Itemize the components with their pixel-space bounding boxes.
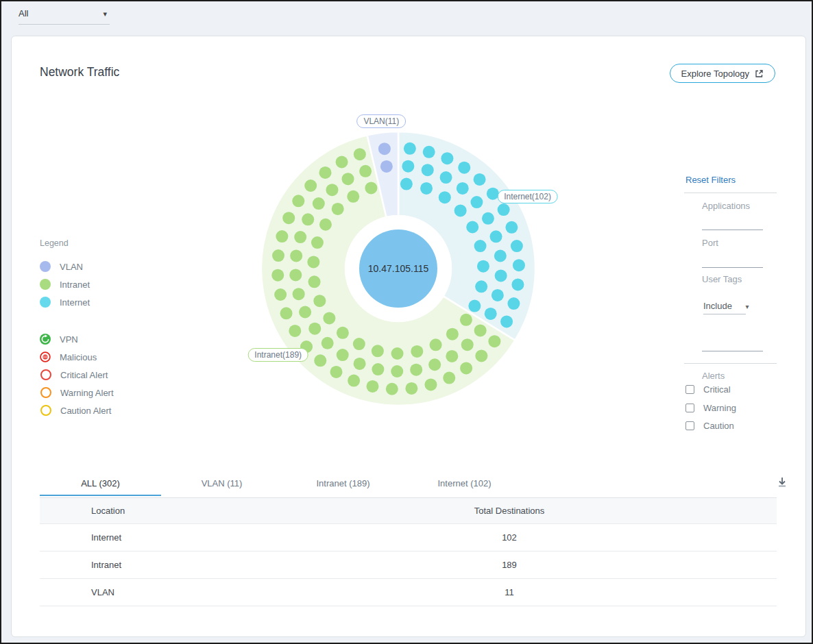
- destination-dot-intranet[interactable]: [293, 288, 305, 300]
- destination-dot-internet[interactable]: [492, 289, 504, 301]
- destination-dot-internet[interactable]: [468, 300, 481, 312]
- destination-dot-intranet[interactable]: [282, 212, 295, 224]
- destination-dot-internet[interactable]: [474, 173, 486, 186]
- destination-dot-intranet[interactable]: [428, 358, 441, 371]
- destination-dot-intranet[interactable]: [313, 197, 325, 210]
- destination-dot-intranet[interactable]: [319, 219, 332, 231]
- destination-dot-intranet[interactable]: [307, 256, 319, 268]
- destination-dot-intranet[interactable]: [289, 269, 302, 281]
- warning-checkbox[interactable]: [685, 404, 694, 412]
- destination-dot-intranet[interactable]: [359, 165, 372, 177]
- destination-dot-intranet[interactable]: [391, 347, 404, 360]
- destination-dot-internet[interactable]: [477, 260, 489, 273]
- destination-dot-intranet[interactable]: [308, 323, 321, 335]
- destination-dot-internet[interactable]: [511, 278, 524, 290]
- destination-dot-internet[interactable]: [494, 249, 507, 262]
- destination-dot-intranet[interactable]: [304, 179, 317, 192]
- destination-dot-intranet[interactable]: [337, 327, 349, 339]
- destination-dot-internet[interactable]: [470, 196, 483, 208]
- destination-dot-internet[interactable]: [500, 315, 513, 327]
- tab-all[interactable]: ALL (302): [40, 473, 161, 496]
- download-icon[interactable]: [775, 475, 789, 489]
- destination-dot-intranet[interactable]: [354, 148, 366, 160]
- destination-dot-intranet[interactable]: [289, 325, 301, 337]
- destination-dot-internet[interactable]: [458, 162, 470, 174]
- destination-dot-internet[interactable]: [439, 191, 451, 203]
- destination-dot-intranet[interactable]: [330, 366, 342, 378]
- destination-dot-internet[interactable]: [475, 280, 487, 293]
- destination-dot-vlan[interactable]: [378, 143, 391, 155]
- destination-dot-intranet[interactable]: [460, 362, 472, 374]
- destination-dot-intranet[interactable]: [475, 349, 487, 362]
- destination-dot-intranet[interactable]: [391, 365, 403, 377]
- destination-dot-intranet[interactable]: [292, 195, 304, 207]
- destination-dot-intranet[interactable]: [386, 383, 398, 395]
- destination-dot-intranet[interactable]: [461, 338, 474, 351]
- destination-dot-intranet[interactable]: [299, 306, 311, 319]
- port-input[interactable]: [702, 258, 763, 268]
- destination-dot-internet[interactable]: [495, 269, 507, 282]
- destination-dot-intranet[interactable]: [294, 231, 306, 243]
- applications-input[interactable]: [702, 220, 763, 230]
- destination-dot-intranet[interactable]: [313, 295, 326, 307]
- destination-dot-internet[interactable]: [441, 152, 453, 164]
- destination-dot-internet[interactable]: [402, 160, 414, 173]
- destination-dot-intranet[interactable]: [311, 236, 324, 249]
- destination-dot-intranet[interactable]: [336, 156, 348, 169]
- destination-dot-intranet[interactable]: [488, 335, 500, 347]
- destination-dot-intranet[interactable]: [276, 230, 288, 243]
- tab-internet[interactable]: Internet (102): [404, 473, 525, 496]
- destination-dot-intranet[interactable]: [354, 358, 366, 370]
- destination-dot-intranet[interactable]: [446, 350, 458, 362]
- destination-dot-intranet[interactable]: [411, 345, 423, 358]
- destination-dot-internet[interactable]: [505, 221, 518, 234]
- critical-checkbox[interactable]: [685, 385, 694, 394]
- destination-dot-internet[interactable]: [490, 230, 502, 243]
- user-tags-input[interactable]: [702, 341, 763, 351]
- destination-dot-internet[interactable]: [485, 308, 497, 320]
- destination-dot-intranet[interactable]: [314, 354, 326, 367]
- destination-dot-intranet[interactable]: [280, 307, 293, 319]
- destination-dot-intranet[interactable]: [474, 324, 487, 336]
- destination-dot-internet[interactable]: [507, 297, 520, 310]
- destination-dot-intranet[interactable]: [342, 173, 354, 185]
- destination-dot-vlan[interactable]: [380, 160, 393, 173]
- destination-dot-intranet[interactable]: [365, 182, 377, 194]
- destination-dot-internet[interactable]: [423, 146, 435, 158]
- sector-label-vlan[interactable]: VLAN(11): [356, 114, 406, 128]
- destination-dot-intranet[interactable]: [302, 213, 314, 225]
- destination-dot-intranet[interactable]: [353, 338, 365, 350]
- destination-dot-intranet[interactable]: [443, 372, 455, 384]
- destination-dot-internet[interactable]: [513, 259, 525, 271]
- destination-dot-internet[interactable]: [498, 203, 510, 216]
- destination-dot-intranet[interactable]: [348, 375, 360, 387]
- explore-topology-button[interactable]: Explore Topology: [670, 64, 776, 83]
- caution-checkbox[interactable]: [685, 421, 694, 430]
- destination-dot-intranet[interactable]: [274, 288, 287, 301]
- destination-dot-intranet[interactable]: [323, 312, 335, 324]
- destination-dot-intranet[interactable]: [326, 184, 338, 196]
- destination-dot-intranet[interactable]: [347, 190, 359, 203]
- destination-dot-intranet[interactable]: [337, 349, 349, 361]
- destination-dot-intranet[interactable]: [319, 166, 331, 179]
- destination-dot-internet[interactable]: [511, 240, 523, 252]
- reset-filters-link[interactable]: Reset Filters: [685, 175, 736, 185]
- tab-intranet[interactable]: Intranet (189): [282, 473, 404, 496]
- tab-vlan[interactable]: VLAN (11): [161, 473, 282, 496]
- destination-dot-internet[interactable]: [457, 182, 469, 195]
- destination-dot-intranet[interactable]: [424, 378, 437, 391]
- scope-dropdown[interactable]: All ▾: [19, 8, 110, 18]
- destination-dot-intranet[interactable]: [332, 203, 344, 215]
- destination-dot-intranet[interactable]: [272, 249, 284, 262]
- destination-dot-internet[interactable]: [440, 171, 452, 184]
- destination-dot-intranet[interactable]: [460, 314, 472, 326]
- sector-label-intranet[interactable]: Intranet(189): [247, 348, 308, 362]
- include-dropdown[interactable]: Include ▾: [703, 301, 749, 311]
- destination-dot-intranet[interactable]: [372, 345, 384, 357]
- destination-dot-internet[interactable]: [466, 221, 478, 233]
- destination-dot-internet[interactable]: [482, 212, 494, 225]
- destination-dot-internet[interactable]: [420, 182, 433, 195]
- destination-dot-intranet[interactable]: [321, 337, 334, 349]
- destination-dot-intranet[interactable]: [446, 328, 459, 340]
- destination-dot-intranet[interactable]: [366, 380, 378, 393]
